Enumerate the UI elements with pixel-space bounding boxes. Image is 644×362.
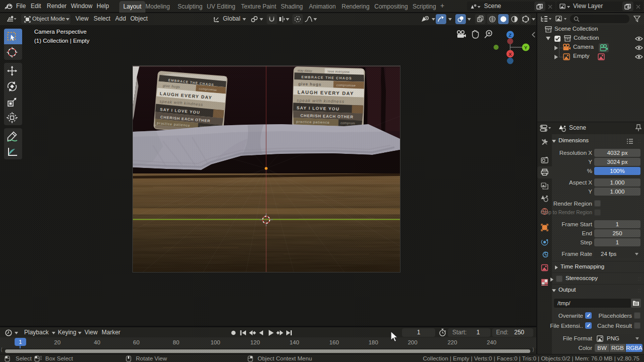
svg-text:Y: Y: [524, 45, 528, 50]
svg-text:X: X: [509, 51, 512, 57]
svg-text:Z: Z: [509, 32, 512, 38]
